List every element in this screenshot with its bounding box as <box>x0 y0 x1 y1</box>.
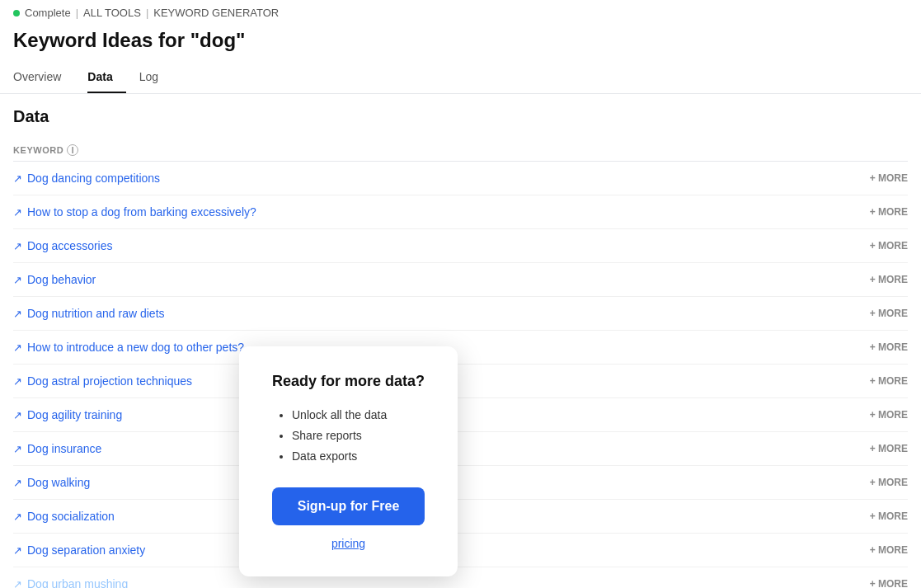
table-row: ↗ Dog walking + MORE <box>13 466 908 500</box>
keyword-text: Dog walking <box>27 476 90 489</box>
keyword-text: Dog dancing competitions <box>27 172 160 185</box>
table-row: ↗ Dog dancing competitions + MORE <box>13 162 908 195</box>
trend-icon: ↗ <box>13 172 22 185</box>
more-button[interactable]: + MORE <box>870 409 908 421</box>
more-button[interactable]: + MORE <box>870 510 908 522</box>
separator-2: | <box>146 7 148 19</box>
more-button[interactable]: + MORE <box>870 477 908 488</box>
tab-log[interactable]: Log <box>139 62 172 93</box>
keyword-link[interactable]: ↗ Dog accessories <box>13 239 113 252</box>
keyword-link[interactable]: ↗ Dog nutrition and raw diets <box>13 307 165 320</box>
keyword-table: ↗ Dog dancing competitions + MORE ↗ How … <box>13 162 908 588</box>
table-row: ↗ How to introduce a new dog to other pe… <box>13 331 908 365</box>
trend-icon: ↗ <box>13 578 22 589</box>
keyword-text: How to introduce a new dog to other pets… <box>27 341 244 354</box>
keyword-text: Dog accessories <box>27 239 113 252</box>
trend-icon: ↗ <box>13 240 22 252</box>
keyword-text: Dog separation anxiety <box>27 543 145 557</box>
keyword-link[interactable]: ↗ How to stop a dog from barking excessi… <box>13 205 256 219</box>
table-row: ↗ Dog separation anxiety + MORE <box>13 534 908 567</box>
more-button[interactable]: + MORE <box>870 240 908 252</box>
trend-icon: ↗ <box>13 274 22 286</box>
keyword-link[interactable]: ↗ How to introduce a new dog to other pe… <box>13 341 244 354</box>
table-row: ↗ Dog nutrition and raw diets + MORE <box>13 297 908 331</box>
more-button[interactable]: + MORE <box>870 375 908 387</box>
status-dot <box>13 10 20 16</box>
modal-title: Ready for more data? <box>272 373 425 390</box>
keyword-text: Dog insurance <box>27 442 101 455</box>
pricing-link[interactable]: pricing <box>331 537 365 550</box>
tab-overview[interactable]: Overview <box>13 62 74 93</box>
modal-container: Ready for more data? Unlock all the data… <box>239 346 458 576</box>
keyword-link[interactable]: ↗ Dog dancing competitions <box>13 172 160 185</box>
keyword-column-header: KEYWORD i <box>13 144 78 156</box>
table-row: ↗ How to stop a dog from barking excessi… <box>13 195 908 229</box>
page-wrapper: Complete | ALL TOOLS | KEYWORD GENERATOR… <box>0 0 921 588</box>
more-button[interactable]: + MORE <box>870 443 908 454</box>
trend-icon: ↗ <box>13 308 22 320</box>
trend-icon: ↗ <box>13 477 22 489</box>
keyword-info-icon[interactable]: i <box>67 144 78 156</box>
signup-button[interactable]: Sign-up for Free <box>272 487 425 525</box>
keyword-link[interactable]: ↗ Dog socialization <box>13 510 115 523</box>
more-button[interactable]: + MORE <box>870 544 908 556</box>
top-bar: Complete | ALL TOOLS | KEYWORD GENERATOR <box>0 0 921 26</box>
more-button[interactable]: + MORE <box>870 341 908 353</box>
data-section: Data KEYWORD i ↗ Dog dancing competition… <box>0 94 921 588</box>
keyword-link[interactable]: ↗ Dog urban mushing <box>13 577 128 588</box>
status-label: Complete <box>25 7 71 19</box>
trend-icon: ↗ <box>13 544 22 557</box>
trend-icon: ↗ <box>13 206 22 219</box>
keyword-link[interactable]: ↗ Dog separation anxiety <box>13 543 145 557</box>
keyword-text: Dog nutrition and raw diets <box>27 307 165 320</box>
current-tool-label: KEYWORD GENERATOR <box>153 7 279 19</box>
keyword-text: Dog behavior <box>27 273 96 286</box>
table-row: ↗ Dog agility training + MORE <box>13 398 908 432</box>
keyword-text: Dog socialization <box>27 510 115 523</box>
trend-icon: ↗ <box>13 510 22 523</box>
modal-list: Unlock all the data Share reports Data e… <box>272 405 425 468</box>
more-button[interactable]: + MORE <box>870 206 908 218</box>
page-title: Keyword Ideas for "dog" <box>0 26 921 62</box>
more-button[interactable]: + MORE <box>870 308 908 319</box>
keyword-link[interactable]: ↗ Dog agility training <box>13 408 122 421</box>
tab-data[interactable]: Data <box>87 62 125 93</box>
modal-card: Ready for more data? Unlock all the data… <box>239 346 458 576</box>
table-row: ↗ Dog insurance + MORE <box>13 432 908 466</box>
keyword-link[interactable]: ↗ Dog insurance <box>13 442 101 455</box>
table-row: ↗ Dog socialization + MORE <box>13 500 908 534</box>
table-row: ↗ Dog behavior + MORE <box>13 263 908 297</box>
modal-list-item-1: Unlock all the data <box>292 405 425 426</box>
more-button[interactable]: + MORE <box>870 274 908 285</box>
keyword-link[interactable]: ↗ Dog walking <box>13 476 90 489</box>
modal-list-item-3: Data exports <box>292 446 425 467</box>
table-row: ↗ Dog accessories + MORE <box>13 229 908 263</box>
nav-tabs: Overview Data Log <box>0 62 921 94</box>
keyword-link[interactable]: ↗ Dog behavior <box>13 273 96 286</box>
keyword-text: Dog urban mushing <box>27 577 128 588</box>
more-button[interactable]: + MORE <box>870 172 908 184</box>
keyword-link[interactable]: ↗ Dog astral projection techniques <box>13 374 192 388</box>
separator-1: | <box>76 7 78 19</box>
keyword-header-label: KEYWORD <box>13 145 63 155</box>
more-button[interactable]: + MORE <box>870 578 908 588</box>
all-tools-link[interactable]: ALL TOOLS <box>83 7 141 19</box>
modal-list-item-2: Share reports <box>292 426 425 446</box>
data-section-title: Data <box>13 107 908 126</box>
trend-icon: ↗ <box>13 409 22 421</box>
keyword-text: Dog agility training <box>27 408 122 421</box>
keyword-text: Dog astral projection techniques <box>27 374 192 388</box>
trend-icon: ↗ <box>13 443 22 455</box>
keyword-text: How to stop a dog from barking excessive… <box>27 205 256 219</box>
trend-icon: ↗ <box>13 341 22 354</box>
trend-icon: ↗ <box>13 375 22 388</box>
table-row: ↗ Dog urban mushing + MORE <box>13 567 908 588</box>
table-row: ↗ Dog astral projection techniques + MOR… <box>13 365 908 398</box>
table-header: KEYWORD i <box>13 139 908 162</box>
